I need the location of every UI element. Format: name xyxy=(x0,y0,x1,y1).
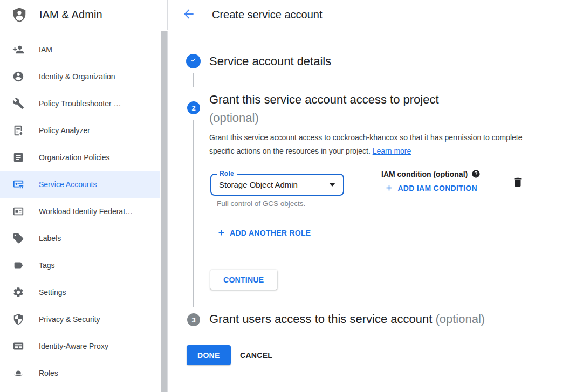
add-another-role-label: ADD ANOTHER ROLE xyxy=(230,229,311,237)
shield-icon xyxy=(12,313,25,326)
header-left-section: IAM & Admin xyxy=(0,0,168,30)
sidebar-scrollbar[interactable] xyxy=(160,31,167,392)
sidebar-item-roles[interactable]: Roles xyxy=(0,360,160,387)
add-another-role-button[interactable]: ADD ANOTHER ROLE xyxy=(217,228,311,237)
sidebar-item-label: Settings xyxy=(39,288,66,297)
proxy-grid-icon xyxy=(12,340,25,353)
step3-optional-label: (optional) xyxy=(435,312,485,326)
sidebar-item-label: Labels xyxy=(39,234,61,243)
create-service-account-page: IAM & Admin Create service account IAM xyxy=(0,0,583,392)
back-arrow-icon xyxy=(182,7,196,23)
sidebar-item-identity-aware-proxy[interactable]: Identity-Aware Proxy xyxy=(0,333,160,360)
plus-icon xyxy=(217,228,226,237)
sidebar-item-label: Organization Policies xyxy=(39,153,110,162)
done-button[interactable]: DONE xyxy=(187,345,231,365)
gear-icon xyxy=(12,286,25,299)
iam-admin-shield-icon xyxy=(11,7,28,23)
step1-completed-icon xyxy=(186,54,201,68)
delete-role-button[interactable] xyxy=(512,176,524,189)
header-right-section: Create service account xyxy=(168,0,583,30)
trash-icon xyxy=(512,182,524,190)
sidebar-item-label: Policy Troubleshooter … xyxy=(39,99,121,108)
iam-condition-label-text: IAM condition (optional) xyxy=(381,170,468,178)
sidebar-item-labels[interactable]: Labels xyxy=(0,225,160,252)
wrench-icon xyxy=(12,97,25,110)
check-icon xyxy=(189,56,198,66)
account-circle-icon xyxy=(12,70,25,83)
role-field-label: Role xyxy=(217,170,237,177)
sidebar-item-label: Privacy & Security xyxy=(39,315,100,324)
scrollbar-thumb[interactable] xyxy=(161,31,167,392)
continue-button[interactable]: CONTINUE xyxy=(210,270,277,290)
sidebar-item-label: IAM xyxy=(39,45,52,54)
add-iam-condition-label: ADD IAM CONDITION xyxy=(397,184,477,192)
sidebar-nav: IAM Identity & Organization Policy Troub… xyxy=(0,36,160,387)
sidebar-item-policy-troubleshooter[interactable]: Policy Troubleshooter … xyxy=(0,90,160,117)
step2-description-text: Grant this service account access to coc… xyxy=(209,133,523,155)
sidebar-item-iam[interactable]: IAM xyxy=(0,36,160,63)
sidebar-item-label: Roles xyxy=(39,369,58,377)
step2-optional-label: (optional) xyxy=(209,109,439,127)
step2-number-icon: 2 xyxy=(187,101,200,114)
sidebar: IAM Identity & Organization Policy Troub… xyxy=(0,31,168,392)
role-select[interactable]: Role Storage Object Admin xyxy=(210,174,344,196)
step3-number: 3 xyxy=(191,316,195,324)
step-connector-line xyxy=(193,120,194,307)
top-header: IAM & Admin Create service account xyxy=(0,0,583,30)
step3-number-icon: 3 xyxy=(187,313,200,326)
page-title: Create service account xyxy=(212,9,323,21)
label-tag-icon xyxy=(12,232,25,245)
service-account-key-icon xyxy=(12,178,25,191)
sidebar-item-tags[interactable]: Tags xyxy=(0,252,160,279)
add-iam-condition-button[interactable]: ADD IAM CONDITION xyxy=(385,183,477,192)
role-selected-value: Storage Object Admin xyxy=(219,180,329,189)
sidebar-item-label: Service Accounts xyxy=(39,180,97,189)
tag-arrow-icon xyxy=(12,259,25,272)
step1-title: Service account details xyxy=(209,54,331,68)
iam-condition-block: IAM condition (optional) ADD IAM CONDITI… xyxy=(381,169,481,192)
document-gear-icon xyxy=(12,124,25,137)
sidebar-item-label: Identity-Aware Proxy xyxy=(39,342,108,350)
step3-title: Grant users access to this service accou… xyxy=(209,312,485,326)
sidebar-item-settings[interactable]: Settings xyxy=(0,279,160,306)
back-button[interactable] xyxy=(182,8,196,22)
sidebar-item-identity-organization[interactable]: Identity & Organization xyxy=(0,63,160,90)
app-title: IAM & Admin xyxy=(39,9,102,21)
sidebar-item-label: Tags xyxy=(39,261,55,270)
step-connector-line xyxy=(193,73,194,87)
step2-title: Grant this service account access to pro… xyxy=(209,91,439,127)
person-add-icon xyxy=(12,43,25,56)
sidebar-item-service-accounts[interactable]: Service Accounts xyxy=(0,171,160,198)
step2-description: Grant this service account access to coc… xyxy=(209,131,532,158)
sidebar-item-organization-policies[interactable]: Organization Policies xyxy=(0,144,160,171)
role-helper-text: Full control of GCS objects. xyxy=(217,200,305,208)
step2-title-text: Grant this service account access to pro… xyxy=(209,91,439,109)
card-icon xyxy=(12,205,25,218)
step3-title-text: Grant users access to this service accou… xyxy=(209,312,432,326)
article-icon xyxy=(12,151,25,164)
cancel-button[interactable]: CANCEL xyxy=(234,345,279,365)
sidebar-item-label: Policy Analyzer xyxy=(39,126,90,135)
main-content: Service account details 2 Grant this ser… xyxy=(168,31,583,392)
learn-more-link[interactable]: Learn more xyxy=(373,147,411,155)
sidebar-item-policy-analyzer[interactable]: Policy Analyzer xyxy=(0,117,160,144)
hat-icon xyxy=(12,367,25,380)
help-icon[interactable] xyxy=(471,169,481,178)
plus-icon xyxy=(385,183,394,192)
sidebar-item-privacy-security[interactable]: Privacy & Security xyxy=(0,306,160,333)
step2-number: 2 xyxy=(191,104,195,112)
sidebar-item-workload-identity-federation[interactable]: Workload Identity Federat… xyxy=(0,198,160,225)
sidebar-item-label: Workload Identity Federat… xyxy=(39,207,133,216)
sidebar-item-label: Identity & Organization xyxy=(39,72,115,81)
chevron-down-icon xyxy=(329,183,335,187)
iam-condition-label: IAM condition (optional) xyxy=(381,169,481,178)
